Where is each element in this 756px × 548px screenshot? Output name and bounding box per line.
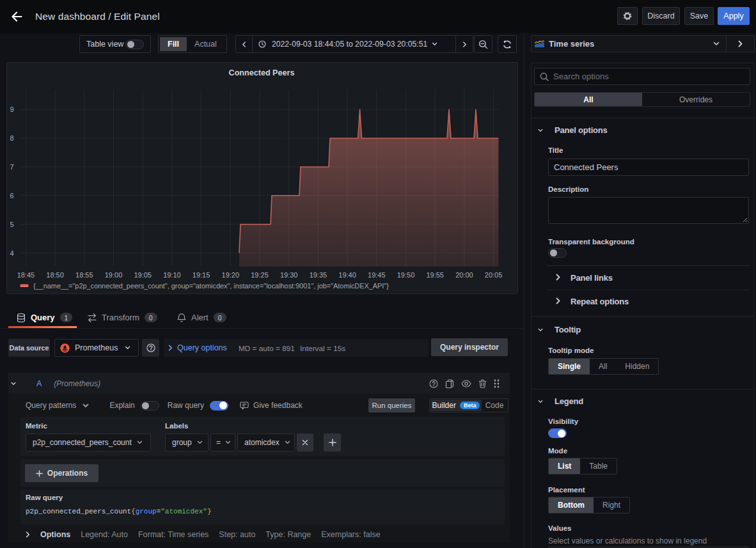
svg-text:8: 8 <box>10 134 13 142</box>
svg-text:4: 4 <box>10 249 13 257</box>
svg-text:19:30: 19:30 <box>280 271 298 279</box>
svg-text:18:55: 18:55 <box>75 271 93 279</box>
svg-text:7: 7 <box>10 163 13 171</box>
svg-text:{__name__="p2p_connected_peers: {__name__="p2p_connected_peers_count", g… <box>33 282 389 290</box>
svg-text:Connected Peers: Connected Peers <box>229 68 295 77</box>
svg-text:19:15: 19:15 <box>193 271 210 279</box>
svg-text:19:25: 19:25 <box>251 271 269 279</box>
svg-text:18:50: 18:50 <box>46 271 64 279</box>
svg-text:19:50: 19:50 <box>397 271 415 279</box>
svg-text:18:45: 18:45 <box>17 271 35 279</box>
svg-text:5: 5 <box>10 221 13 228</box>
svg-text:9: 9 <box>10 106 13 113</box>
svg-text:19:05: 19:05 <box>134 271 152 279</box>
svg-text:19:10: 19:10 <box>163 271 181 279</box>
svg-text:19:55: 19:55 <box>426 271 444 279</box>
svg-text:19:45: 19:45 <box>368 271 386 279</box>
svg-text:19:35: 19:35 <box>310 271 327 279</box>
svg-text:6: 6 <box>10 192 13 200</box>
svg-text:19:00: 19:00 <box>105 271 123 279</box>
svg-text:20:00: 20:00 <box>455 271 473 279</box>
svg-text:19:20: 19:20 <box>222 271 240 279</box>
svg-text:20:05: 20:05 <box>485 271 503 279</box>
svg-text:19:40: 19:40 <box>338 271 356 279</box>
